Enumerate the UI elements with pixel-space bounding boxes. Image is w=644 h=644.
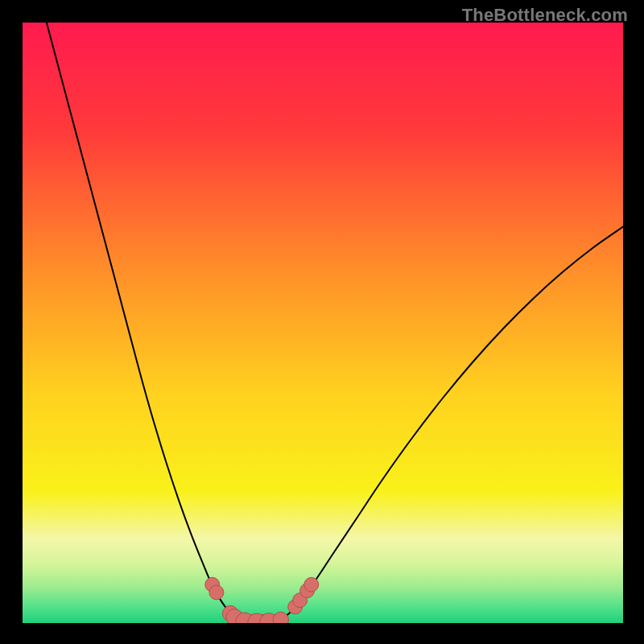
- watermark-text: TheBottleneck.com: [462, 5, 628, 26]
- plot-area: [23, 23, 623, 623]
- data-marker: [209, 585, 224, 600]
- chart-stage: TheBottleneck.com: [0, 0, 644, 644]
- data-marker: [273, 612, 288, 623]
- bottleneck-curve: [47, 23, 623, 622]
- chart-svg: [23, 23, 623, 623]
- data-marker: [304, 577, 319, 592]
